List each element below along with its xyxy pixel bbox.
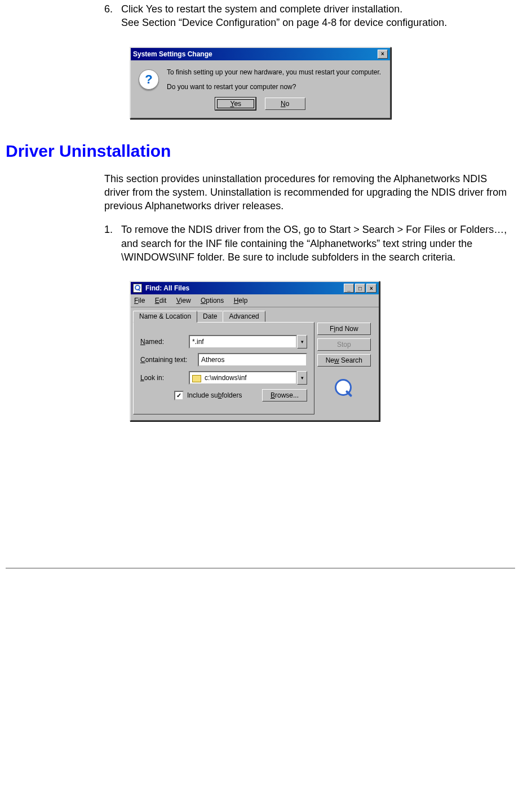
label-containing: Containing text: <box>140 356 198 364</box>
find-menubar: File Edit View Options Help <box>131 294 379 307</box>
dialog-title: System Settings Change <box>133 50 376 58</box>
step-6-number: 6. <box>104 2 113 16</box>
find-title: Find: All Files <box>145 284 343 292</box>
include-subfolders-checkbox[interactable]: ✓ Include subfolders <box>174 391 242 400</box>
checkbox-check-icon: ✓ <box>174 391 184 400</box>
named-input[interactable] <box>189 335 297 349</box>
lookin-value: c:\windows\inf <box>205 374 247 382</box>
containing-text-input[interactable] <box>198 353 307 367</box>
label-lookin: Look in: <box>140 374 189 382</box>
tab-name-location[interactable]: Name & Location <box>133 311 197 323</box>
step-1-number: 1. <box>104 223 113 236</box>
minimize-icon[interactable]: _ <box>344 284 354 293</box>
include-subfolders-label: Include subfolders <box>187 391 242 399</box>
step-1-text: To remove the NDIS driver from the OS, g… <box>121 224 507 263</box>
close-icon[interactable]: × <box>378 50 388 59</box>
section-heading: Driver Uninstallation <box>6 142 515 161</box>
find-titlebar[interactable]: Find: All Files _ □ × <box>131 282 379 294</box>
menu-options[interactable]: Options <box>198 295 229 306</box>
system-settings-change-dialog: System Settings Change × ? To finish set… <box>130 47 391 119</box>
menu-file[interactable]: File <box>132 295 150 306</box>
find-all-files-window: Find: All Files _ □ × File Edit View Opt… <box>130 281 380 421</box>
tab-advanced[interactable]: Advanced <box>223 311 265 322</box>
browse-button[interactable]: Browse... <box>262 389 307 402</box>
folder-icon <box>192 375 201 382</box>
no-button[interactable]: No <box>265 98 305 110</box>
tab-panel: Named: ▾ Containing text: Look in: <box>133 322 314 414</box>
menu-edit[interactable]: Edit <box>153 295 172 306</box>
intro-paragraph: This section provides uninstallation pro… <box>104 172 515 213</box>
yes-label-rest: es <box>234 100 241 108</box>
menu-help[interactable]: Help <box>232 295 254 306</box>
tab-date[interactable]: Date <box>197 311 223 322</box>
step-1: 1. To remove the NDIS driver from the OS… <box>104 223 515 264</box>
step-6-line1: Click Yes to restart the system and comp… <box>121 3 402 15</box>
maximize-icon[interactable]: □ <box>355 284 365 293</box>
named-dropdown-icon[interactable]: ▾ <box>297 335 307 349</box>
question-icon: ? <box>139 69 159 90</box>
step-6-line2: See Section “Device Configuration” on pa… <box>121 17 447 28</box>
close-icon[interactable]: × <box>366 284 376 293</box>
yes-button[interactable]: Yes <box>215 98 256 110</box>
label-named: Named: <box>140 338 189 346</box>
dialog-titlebar[interactable]: System Settings Change × <box>131 48 390 60</box>
lookin-dropdown-icon[interactable]: ▾ <box>297 371 307 385</box>
page-footer-rule <box>6 568 515 568</box>
dialog-message-2: Do you want to restart your computer now… <box>167 82 381 92</box>
step-6: 6. Click Yes to restart the system and c… <box>104 2 515 30</box>
no-label-rest: o <box>286 100 290 108</box>
dialog-message-1: To finish setting up your new hardware, … <box>167 67 381 77</box>
menu-view[interactable]: View <box>174 295 197 306</box>
